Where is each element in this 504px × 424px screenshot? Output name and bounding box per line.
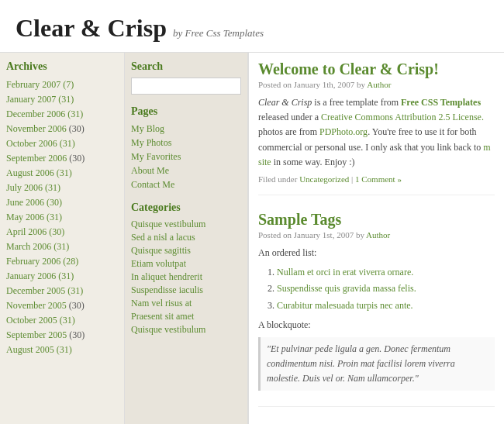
list-item: About Me	[131, 164, 241, 177]
list-item: My Photos	[131, 136, 241, 149]
list-item: August 2005 (31)	[6, 343, 116, 357]
site-title: Clear & Crisp	[16, 14, 167, 42]
list-item: November 2005 (30)	[6, 298, 116, 312]
archive-link[interactable]: November 2006	[6, 123, 67, 134]
category-link[interactable]: Uncategorized	[299, 174, 349, 184]
archive-link[interactable]: August 2005 (31)	[6, 344, 72, 355]
archive-link[interactable]: January 2007 (31)	[6, 94, 74, 105]
list-link[interactable]: Suspendisse quis gravida massa felis.	[277, 283, 416, 294]
list-item: Nam vel risus at	[131, 298, 241, 309]
list-item: January 2007 (31)	[6, 92, 116, 106]
pdphoto-link[interactable]: PDPhoto.org	[319, 126, 368, 137]
list-item: July 2006 (31)	[6, 181, 116, 195]
list-item: Etiam volutpat	[131, 258, 241, 270]
list-item: October 2006 (31)	[6, 136, 116, 150]
list-item: Nullam et orci in erat viverra ornare.	[277, 265, 495, 280]
post-welcome: Welcome to Clear & Crisp! Posted on Janu…	[258, 60, 495, 195]
archive-link[interactable]: February 2007 (7)	[6, 79, 74, 90]
post-title: Welcome to Clear & Crisp!	[258, 60, 495, 78]
archive-link[interactable]: June 2006 (30)	[6, 197, 62, 208]
cat-link[interactable]: Praesent sit amet	[131, 311, 194, 322]
license-link[interactable]: Creative Commons Attribution 2.5 License…	[321, 112, 484, 122]
ordered-list: Nullam et orci in erat viverra ornare. S…	[277, 265, 495, 313]
post-title-link[interactable]: Welcome to Clear & Crisp!	[258, 60, 439, 78]
list-item: My Favorites	[131, 150, 241, 163]
post-paragraph: Clear & Crisp is a free template from Fr…	[258, 95, 495, 170]
list-item: September 2006 (30)	[6, 151, 116, 165]
cat-link[interactable]: Suspendisse iaculis	[131, 284, 203, 295]
cat-link[interactable]: Etiam volutpat	[131, 258, 186, 269]
archive-link[interactable]: September 2006	[6, 153, 67, 164]
post-body: An ordered list: Nullam et orci in erat …	[258, 246, 495, 391]
archive-link[interactable]: October 2005 (31)	[6, 315, 75, 326]
archive-link[interactable]: July 2006 (31)	[6, 182, 60, 193]
list-item: December 2006 (31)	[6, 107, 116, 121]
list-item: February 2007 (7)	[6, 78, 116, 91]
archive-link[interactable]: December 2006 (31)	[6, 109, 83, 119]
post-meta: Posted on January 1th, 2007 by Author	[258, 80, 495, 89]
page-link-myfavorites[interactable]: My Favorites	[131, 151, 181, 162]
page-link-myphotos[interactable]: My Photos	[131, 137, 171, 148]
list-link[interactable]: Curabitur malesuada turpis nec ante.	[277, 300, 413, 311]
list-link[interactable]: Nullam et orci in erat viverra ornare.	[277, 267, 413, 277]
author-link[interactable]: Author	[367, 80, 391, 89]
categories-widget: Categories Quisque vestibulum Sed a nisl…	[131, 202, 241, 336]
archive-link[interactable]: April 2006 (30)	[6, 226, 64, 237]
archive-link[interactable]: March 2006 (31)	[6, 241, 69, 252]
post-title-link[interactable]: Sample Tags	[258, 211, 341, 228]
list-item: My Blog	[131, 122, 241, 135]
search-input[interactable]	[131, 78, 241, 95]
cat-link[interactable]: In aliquet hendrerit	[131, 271, 202, 282]
post-meta: Posted on January 1st, 2007 by Author	[258, 230, 495, 240]
page-link-myblog[interactable]: My Blog	[131, 123, 164, 134]
list-item: In aliquet hendrerit	[131, 271, 241, 283]
list-item: Suspendisse quis gravida massa felis.	[277, 281, 495, 296]
archive-link[interactable]: January 2006 (31)	[6, 271, 74, 281]
cat-link[interactable]: Sed a nisl a lacus	[131, 232, 195, 243]
archive-link[interactable]: August 2006 (31)	[6, 167, 72, 178]
list-item: January 2006 (31)	[6, 269, 116, 283]
page-wrapper: Archives February 2007 (7) January 2007 …	[0, 53, 504, 424]
post-footer: Filed under Uncategorized | 1 Comment »	[258, 174, 495, 184]
archive-link[interactable]: December 2005 (31)	[6, 285, 83, 296]
author-link[interactable]: Author	[366, 230, 390, 240]
list-item: Quisque sagittis	[131, 245, 241, 257]
list-item: March 2006 (31)	[6, 240, 116, 253]
blockquote-text: "Et pulvinar pede ligula a gen. Donec fe…	[267, 343, 455, 384]
list-item: November 2006 (30)	[6, 122, 116, 136]
list-item: June 2006 (30)	[6, 195, 116, 209]
archive-link[interactable]: November 2005	[6, 300, 67, 311]
categories-list: Quisque vestibulum Sed a nisl a lacus Qu…	[131, 219, 241, 336]
archives-widget: Archives February 2007 (7) January 2007 …	[6, 60, 116, 357]
pages-list: My Blog My Photos My Favorites About Me …	[131, 122, 241, 191]
archive-link[interactable]: October 2006 (31)	[6, 138, 75, 149]
list-item: Quisque vestibulum	[131, 324, 241, 336]
list-item: Praesent sit amet	[131, 311, 241, 322]
main-content: Welcome to Clear & Crisp! Posted on Janu…	[248, 53, 504, 424]
post-body: Clear & Crisp is a free template from Fr…	[258, 95, 495, 170]
list-item: October 2005 (31)	[6, 313, 116, 327]
search-widget: Search	[131, 60, 241, 95]
cat-link[interactable]: Quisque sagittis	[131, 245, 191, 256]
list-item: May 2006 (31)	[6, 210, 116, 224]
site-tagline: by Free Css Templates	[173, 27, 264, 39]
archives-title: Archives	[6, 60, 116, 73]
page-link-aboutme[interactable]: About Me	[131, 165, 169, 176]
list-item: February 2006 (28)	[6, 254, 116, 268]
archives-list: February 2007 (7) January 2007 (31) Dece…	[6, 78, 116, 357]
cat-link[interactable]: Quisque vestibulum	[131, 324, 205, 335]
list-item: Sed a nisl a lacus	[131, 232, 241, 243]
archive-link[interactable]: September 2005	[6, 329, 67, 340]
list-item: Curabitur malesuada turpis nec ante.	[277, 298, 495, 313]
list-item: Suspendisse iaculis	[131, 284, 241, 296]
list-item: August 2006 (31)	[6, 166, 116, 180]
comments-link[interactable]: 1 Comment »	[355, 174, 402, 184]
free-css-link[interactable]: Free CSS Templates	[401, 97, 481, 108]
archive-link[interactable]: May 2006 (31)	[6, 212, 62, 222]
page-link-contactme[interactable]: Contact Me	[131, 179, 174, 190]
cat-link[interactable]: Quisque vestibulum	[131, 219, 205, 229]
site-link[interactable]: m site	[258, 142, 491, 167]
post-title: Sample Tags	[258, 211, 495, 229]
archive-link[interactable]: February 2006 (28)	[6, 256, 78, 267]
cat-link[interactable]: Nam vel risus at	[131, 298, 192, 309]
